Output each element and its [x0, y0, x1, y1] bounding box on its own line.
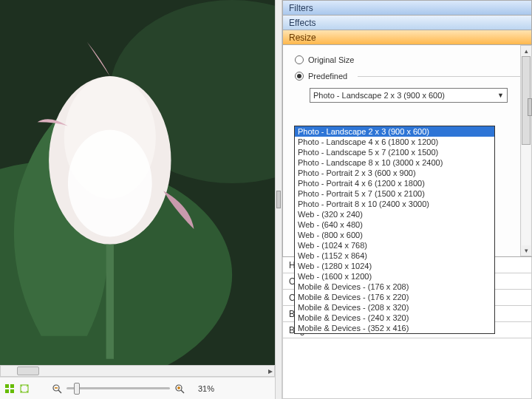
zoom-slider-knob[interactable]: [74, 383, 80, 395]
scroll-up-icon[interactable]: ▴: [521, 46, 531, 56]
dropdown-option[interactable]: Photo - Landscape 5 x 7 (2100 x 1500): [295, 147, 494, 157]
zoom-out-icon[interactable]: [52, 383, 62, 394]
dropdown-option[interactable]: Photo - Portrait 4 x 6 (1200 x 1800): [295, 178, 494, 188]
dropdown-option[interactable]: Photo - Portrait 2 x 3 (600 x 900): [295, 168, 494, 178]
radio-label: Predefined: [308, 72, 347, 81]
dropdown-option[interactable]: Web - (1280 x 1024): [295, 261, 494, 271]
svg-point-5: [68, 130, 152, 237]
svg-rect-6: [5, 384, 9, 388]
svg-line-12: [58, 390, 61, 393]
dropdown-option[interactable]: Web - (640 x 480): [295, 219, 494, 230]
scroll-down-icon[interactable]: ▾: [521, 245, 531, 256]
preview-toolbar: 31%: [0, 377, 275, 399]
svg-rect-9: [10, 389, 14, 393]
resize-panel-vscroll[interactable]: ▴ ▾: [520, 45, 532, 256]
dropdown-option[interactable]: Web - (320 x 240): [295, 209, 494, 219]
dropdown-option[interactable]: Web - (1024 x 768): [295, 240, 494, 250]
dropdown-option[interactable]: Web - (1152 x 864): [295, 250, 494, 261]
radio-label: Original Size: [308, 55, 354, 64]
radio-original-size[interactable]: Original Size: [295, 55, 524, 64]
image-preview[interactable]: [0, 0, 275, 365]
combo-value: Photo - Landscape 2 x 3 (900 x 600): [313, 91, 445, 100]
panel-header-filters[interactable]: Filters: [282, 0, 532, 15]
dropdown-option[interactable]: Photo - Portrait 5 x 7 (1500 x 2100): [295, 188, 494, 199]
dropdown-option[interactable]: Web - (1600 x 1200): [295, 271, 494, 282]
zoom-percent: 31%: [189, 384, 214, 393]
fit-icon[interactable]: [19, 383, 30, 394]
predefined-size-dropdown[interactable]: Photo - Landscape 2 x 3 (900 x 600)Photo…: [294, 126, 495, 334]
hscroll-right-arrow[interactable]: ▸: [268, 366, 273, 376]
zoom-in-icon[interactable]: [174, 383, 185, 394]
brightness-body: [282, 338, 532, 399]
panel-grip[interactable]: [528, 98, 532, 116]
radio-icon: [295, 55, 304, 64]
dropdown-option[interactable]: Photo - Portrait 8 x 10 (2400 x 3000): [295, 199, 494, 209]
radio-predefined[interactable]: Predefined: [295, 72, 524, 81]
dropdown-option[interactable]: Mobile & Devices - (176 x 220): [295, 292, 494, 302]
svg-rect-7: [10, 384, 14, 388]
dropdown-option[interactable]: Photo - Landscape 2 x 3 (900 x 600): [295, 126, 494, 137]
splitter-grip[interactable]: [276, 191, 281, 208]
dropdown-option[interactable]: Mobile & Devices - (208 x 320): [295, 302, 494, 313]
dropdown-option[interactable]: Photo - Landscape 4 x 6 (1800 x 1200): [295, 137, 494, 147]
predefined-size-combo[interactable]: Photo - Landscape 2 x 3 (900 x 600) ▼: [310, 88, 508, 103]
chevron-down-icon: ▼: [497, 92, 504, 99]
grid-icon[interactable]: [4, 383, 15, 394]
hscroll-thumb[interactable]: [17, 366, 39, 375]
fieldset-divider: [358, 76, 524, 77]
preview-hscroll[interactable]: ▸: [0, 365, 275, 377]
dropdown-option[interactable]: Photo - Landscape 8 x 10 (3000 x 2400): [295, 157, 494, 168]
svg-line-15: [181, 390, 184, 393]
panel-header-resize[interactable]: Resize: [282, 30, 532, 44]
panel-header-effects[interactable]: Effects: [282, 15, 532, 30]
svg-rect-8: [5, 389, 9, 393]
dropdown-option[interactable]: Web - (800 x 600): [295, 230, 494, 240]
radio-icon: [295, 72, 304, 81]
zoom-slider[interactable]: [66, 383, 170, 395]
vertical-splitter[interactable]: [275, 0, 282, 399]
dropdown-option[interactable]: Mobile & Devices - (352 x 416): [295, 323, 494, 333]
dropdown-option[interactable]: Mobile & Devices - (240 x 320): [295, 313, 494, 323]
dropdown-option[interactable]: Mobile & Devices - (176 x 208): [295, 282, 494, 292]
